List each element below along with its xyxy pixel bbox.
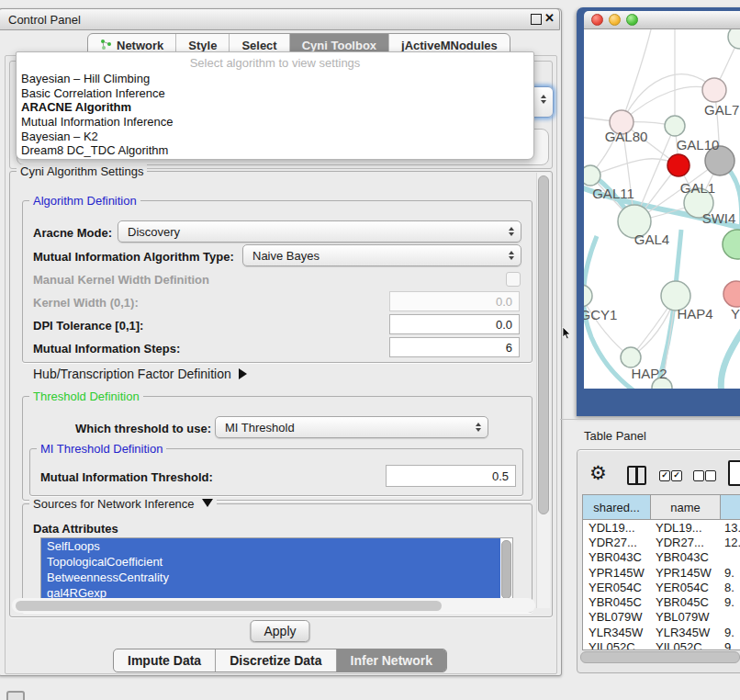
node-label: HAP4 bbox=[677, 306, 712, 322]
table-row[interactable]: YER054C YER054C 8. bbox=[583, 580, 740, 594]
popup-item-bayesian-hill[interactable]: Bayesian – Hill Climbing bbox=[17, 72, 533, 86]
table-row[interactable]: YLR345W YLR345W 9. bbox=[583, 625, 740, 639]
node-label: GAL7 bbox=[704, 102, 739, 118]
mi-algorithm-type-label: Mutual Information Algorithm Type: bbox=[33, 250, 234, 264]
table-row[interactable]: YIL052C YIL052C 9. bbox=[583, 639, 740, 650]
table-row[interactable]: YPR145W YPR145W 9. bbox=[583, 565, 740, 580]
float-window-icon[interactable] bbox=[531, 14, 542, 25]
popup-placeholder: Select algorithm to view settings bbox=[17, 52, 533, 72]
table-panel-divider bbox=[560, 419, 740, 420]
node-swi4[interactable] bbox=[723, 230, 740, 259]
gear-icon[interactable]: ⚙ bbox=[589, 463, 607, 482]
network-window-titlebar bbox=[584, 11, 740, 29]
mouse-cursor bbox=[562, 327, 573, 340]
control-panel-title: Control Panel bbox=[8, 13, 81, 27]
node-hap2[interactable] bbox=[621, 347, 641, 367]
select-all-checkbox-icon[interactable]: ✓ bbox=[659, 470, 670, 481]
combo-spinner-icon bbox=[541, 95, 546, 104]
column-header-clipped[interactable] bbox=[721, 495, 740, 519]
minimize-traffic-light-icon[interactable] bbox=[609, 14, 621, 26]
mi-algorithm-type-combo[interactable]: Naive Bayes bbox=[242, 244, 521, 266]
popup-item-dream8[interactable]: Dream8 DC_TDC Algorithm bbox=[17, 143, 533, 158]
table-row[interactable]: YDR27... YDR27... 12... bbox=[583, 535, 740, 549]
popup-item-bayesian-k2[interactable]: Bayesian – K2 bbox=[17, 130, 533, 144]
kernel-width-field[interactable]: 0.0 bbox=[389, 291, 520, 311]
aracne-mode-combo[interactable]: Discovery bbox=[118, 220, 521, 243]
deselect-checkbox-icon[interactable] bbox=[693, 470, 704, 481]
node[interactable] bbox=[728, 29, 740, 49]
control-panel-titlebar: Control Panel bbox=[0, 8, 560, 30]
settings-hscrollbar-thumb[interactable] bbox=[16, 601, 442, 611]
node-label: GAL80 bbox=[605, 129, 648, 144]
mi-threshold-label: Mutual Information Threshold: bbox=[40, 470, 213, 484]
table-hscrollbar-thumb[interactable] bbox=[580, 651, 740, 663]
data-attributes-list: SelfLoops TopologicalCoefficient Between… bbox=[40, 537, 513, 601]
popup-item-aracne[interactable]: ARACNE Algorithm bbox=[17, 100, 533, 115]
list-item[interactable]: TopologicalCoefficient bbox=[41, 554, 500, 570]
node-salmon[interactable] bbox=[723, 281, 740, 307]
apply-button[interactable]: Apply bbox=[250, 620, 309, 642]
table-row[interactable]: YBL079W YBL079W bbox=[583, 610, 740, 625]
node-red[interactable] bbox=[667, 154, 690, 176]
table-panel-title: Table Panel bbox=[584, 429, 646, 443]
settings-vscrollbar-thumb[interactable] bbox=[538, 175, 549, 514]
mi-threshold-definition-title: MI Threshold Definition bbox=[37, 442, 166, 456]
document-icon[interactable] bbox=[728, 460, 740, 486]
list-item[interactable]: SelfLoops bbox=[41, 538, 500, 554]
algorithm-definition-title: Algorithm Definition bbox=[29, 194, 140, 208]
algorithm-dropdown-popup: Select algorithm to view settings Bayesi… bbox=[16, 51, 534, 160]
mi-steps-label: Mutual Information Steps: bbox=[33, 342, 180, 356]
screen: Control Panel ✕ Network Style Select Cyn… bbox=[0, 0, 740, 700]
node-gal11[interactable] bbox=[584, 165, 600, 186]
tab-infer-network[interactable]: Infer Network bbox=[336, 649, 446, 672]
node-label: GCY1 bbox=[584, 307, 617, 322]
sources-toggle[interactable]: Sources for Network Inference bbox=[29, 497, 217, 511]
manual-kernel-width-checkbox[interactable] bbox=[506, 272, 521, 287]
kernel-width-label: Kernel Width (0,1): bbox=[33, 296, 139, 310]
node-gal7[interactable] bbox=[702, 78, 726, 102]
node-label: GAL11 bbox=[592, 186, 634, 201]
close-icon[interactable]: ✕ bbox=[544, 11, 555, 25]
columns-icon[interactable] bbox=[627, 466, 646, 485]
list-vertical-scrollbar[interactable] bbox=[501, 540, 511, 599]
popup-item-basic-correlation[interactable]: Basic Correlation Inference bbox=[17, 86, 533, 101]
tab-impute-data[interactable]: Impute Data bbox=[114, 649, 215, 672]
select-all-checkbox-icon[interactable]: ✓ bbox=[671, 470, 682, 481]
tab-discretize-data[interactable]: Discretize Data bbox=[215, 649, 335, 672]
cyni-bottom-tabs: Impute Data Discretize Data Infer Networ… bbox=[113, 649, 447, 672]
settings-group-title: Cyni Algorithm Settings bbox=[17, 164, 147, 178]
manual-kernel-width-label: Manual Kernel Width Definition bbox=[33, 273, 209, 287]
chevron-right-icon bbox=[239, 368, 247, 379]
deselect-checkbox-icon[interactable] bbox=[705, 470, 716, 481]
which-threshold-combo[interactable]: MI Threshold bbox=[215, 416, 488, 438]
dpi-tolerance-label: DPI Tolerance [0,1]: bbox=[33, 319, 143, 333]
threshold-definition-title: Threshold Definition bbox=[29, 390, 143, 403]
chevron-down-icon bbox=[202, 499, 213, 507]
table-row[interactable]: YBR045C YBR045C 9. bbox=[583, 594, 740, 609]
table-header-row: shared... name bbox=[583, 495, 740, 520]
zoom-traffic-light-icon[interactable] bbox=[626, 14, 638, 26]
hub-definition-toggle[interactable]: Hub/Transcription Factor Definition bbox=[33, 367, 247, 381]
node-label: Y bbox=[731, 306, 740, 322]
network-node-labels: GAL7 GAL80 GAL10 GAL1 GAL11 SWI4 GAL4 GC… bbox=[584, 102, 740, 381]
column-header-shared-name[interactable]: shared... bbox=[583, 495, 651, 519]
mi-threshold-field[interactable]: 0.5 bbox=[386, 465, 516, 487]
combo-spinner-icon bbox=[476, 423, 481, 432]
node-table: shared... name YDL19... YDL19... 13... Y… bbox=[582, 494, 740, 650]
node-gal10[interactable] bbox=[665, 116, 685, 136]
popup-item-mutual-information[interactable]: Mutual Information Inference bbox=[17, 115, 533, 130]
bottom-left-mini-button[interactable] bbox=[6, 691, 25, 700]
node-label: GAL1 bbox=[680, 180, 715, 196]
table-row[interactable]: YBR043C YBR043C bbox=[583, 550, 740, 565]
node-gcy1[interactable] bbox=[584, 285, 592, 307]
column-header-name[interactable]: name bbox=[651, 495, 721, 519]
mi-steps-field[interactable]: 6 bbox=[389, 337, 520, 357]
list-item[interactable]: BetweennessCentrality bbox=[41, 570, 500, 585]
which-threshold-label: Which threshold to use: bbox=[75, 422, 211, 435]
network-canvas[interactable]: GAL7 GAL80 GAL10 GAL1 GAL11 SWI4 GAL4 GC… bbox=[584, 29, 740, 389]
node-label: HAP2 bbox=[631, 366, 667, 381]
close-traffic-light-icon[interactable] bbox=[591, 14, 603, 26]
data-attributes-label: Data Attributes bbox=[33, 522, 118, 536]
dpi-tolerance-field[interactable]: 0.0 bbox=[389, 314, 520, 334]
table-row[interactable]: YDL19... YDL19... 13... bbox=[583, 520, 740, 535]
